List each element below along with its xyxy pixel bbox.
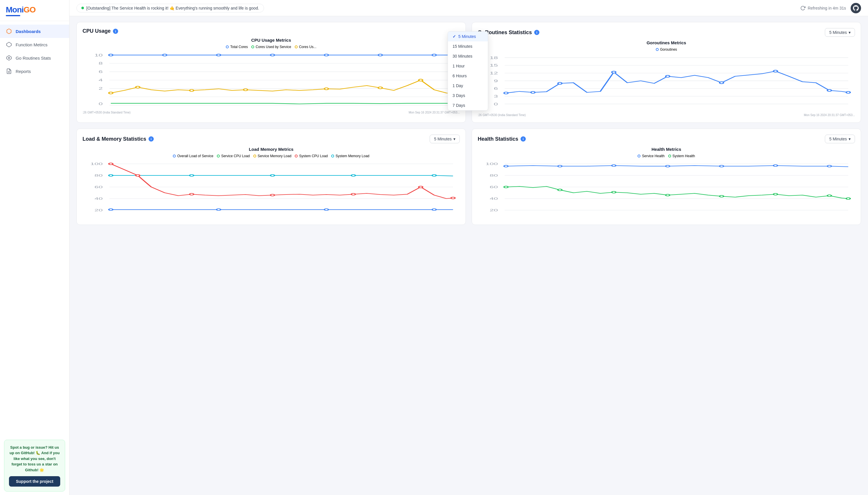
dropdown-option-1day[interactable]: 1 Day [448,81,488,91]
legend-total-cores: Total Cores [226,45,248,49]
svg-text:3: 3 [494,95,498,98]
svg-point-18 [109,54,113,56]
github-avatar[interactable] [851,3,861,13]
sidebar-promo: Spot a bug or issue? Hit us up on GitHub… [4,440,65,492]
logo-underline [6,15,20,16]
cpu-card-header: CPU Usage i ✓ 5 Minutes 15 Minutes 30 Mi… [83,28,460,34]
load-memory-chart: 100 80 60 40 20 [83,161,460,219]
health-time-btn[interactable]: 5 Minutes ▾ [825,135,855,143]
dropdown-option-7days[interactable]: 7 Days [448,100,488,110]
svg-text:0: 0 [99,102,103,106]
svg-text:40: 40 [490,197,498,200]
svg-point-70 [432,174,436,176]
svg-point-73 [190,193,194,195]
svg-point-26 [136,86,140,88]
refresh-info: Refreshing in 4m 31s [800,5,846,11]
svg-point-71 [109,163,113,165]
svg-point-27 [190,89,194,91]
sidebar-item-label: Go Routines Stats [16,55,51,61]
chevron-down-icon: ▾ [454,137,456,141]
dropdown-option-3days[interactable]: 3 Days [448,91,488,100]
legend-service-cpu-load: Service CPU Load [217,154,250,158]
topbar: [Outstanding] The Service Health is rock… [69,0,868,16]
sidebar-item-go-routines[interactable]: Go Routines Stats [0,51,69,65]
svg-point-99 [504,186,508,188]
svg-point-76 [419,186,423,188]
promo-text: Spot a bug or issue? Hit us up on GitHub… [9,445,60,473]
svg-point-68 [270,174,274,176]
svg-text:0: 0 [494,102,498,106]
svg-point-95 [666,165,670,167]
legend-service-memory-load: Service Memory Load [253,154,292,158]
svg-point-77 [451,197,455,199]
svg-point-28 [243,89,248,91]
svg-point-24 [432,54,436,56]
legend-system-cpu-load: System CPU Load [295,154,328,158]
svg-point-29 [324,88,328,90]
svg-text:8: 8 [99,62,103,65]
dropdown-option-6hr[interactable]: 6 Hours [448,71,488,81]
load-memory-time-btn[interactable]: 5 Minutes ▾ [430,135,460,143]
health-info-icon: i [521,136,526,141]
svg-point-48 [531,91,535,93]
load-memory-card-title: Load & Memory Statistics i [83,136,154,142]
svg-point-80 [324,209,328,210]
sidebar-item-function-metrics[interactable]: Function Metircs [0,38,69,51]
sidebar-item-reports[interactable]: Reports [0,65,69,78]
goroutines-chart-legend: Goroutines [478,48,855,52]
svg-point-96 [719,165,724,167]
sidebar-item-label: Dashboards [16,29,41,34]
goroutines-info-icon: i [534,30,539,35]
health-chart-legend: Service Health System Health [478,154,855,158]
status-text: [Outstanding] The Service Health is rock… [86,6,259,11]
goroutines-time-btn[interactable]: 5 Minutes ▾ [825,28,855,37]
cpu-chart-title: CPU Usage Metrics [83,38,460,42]
svg-text:4: 4 [99,78,103,82]
load-memory-time-select[interactable]: 5 Minutes ▾ [430,135,460,143]
cpu-card-title: CPU Usage i [83,28,118,34]
logo-accent: GO [23,5,36,14]
svg-point-102 [666,194,670,196]
svg-marker-0 [7,42,12,47]
svg-text:20: 20 [95,208,103,212]
sidebar-item-dashboards[interactable]: Dashboards [0,24,69,38]
svg-text:20: 20 [490,208,498,212]
support-button[interactable]: Support the project [9,476,60,487]
health-card-header: Health Statistics i 5 Minutes ▾ [478,135,855,143]
goroutines-time-select[interactable]: 5 Minutes ▾ [825,28,855,37]
health-time-select[interactable]: 5 Minutes ▾ [825,135,855,143]
svg-point-19 [163,54,167,56]
chevron-down-icon: ▾ [849,30,851,35]
svg-text:10: 10 [95,53,102,57]
svg-point-81 [432,209,436,210]
dashboard-grid: CPU Usage i ✓ 5 Minutes 15 Minutes 30 Mi… [76,22,861,225]
dropdown-option-1hr[interactable]: 1 Hour [448,61,488,71]
dropdown-option-15min[interactable]: 15 Minutes [448,41,488,51]
svg-point-106 [846,198,850,200]
svg-point-97 [773,165,777,167]
svg-point-21 [270,54,274,56]
cpu-info-icon: i [113,29,118,34]
document-icon [6,68,12,74]
dropdown-option-5min[interactable]: ✓ 5 Minutes [448,32,488,41]
load-memory-card-header: Load & Memory Statistics i 5 Minutes ▾ [83,135,460,143]
dropdown-option-30min[interactable]: 30 Minutes [448,51,488,61]
svg-text:12: 12 [490,71,498,75]
svg-text:60: 60 [490,185,498,189]
load-memory-info-icon: i [149,136,154,141]
svg-marker-1 [7,55,12,61]
svg-text:9: 9 [494,79,498,83]
logo: MoniGO [6,5,63,15]
cpu-chart-legend: Total Cores Cores Used by Service Cores … [83,45,460,49]
hexagon-icon [6,41,12,48]
svg-text:15: 15 [490,63,498,67]
legend-system-memory-load: System Memory Load [331,154,370,158]
svg-point-25 [109,92,113,94]
nav-items: Dashboards Function Metircs Go Routines … [0,21,69,436]
cube-icon [6,28,12,34]
svg-point-52 [719,82,724,84]
sidebar-item-label: Reports [16,69,31,74]
goroutines-card: GoRoutines Statistics i 5 Minutes ▾ Goro… [472,22,861,123]
goroutines-chart-title: Goroutines Metrics [478,40,855,45]
chevron-down-icon: ▾ [849,137,851,141]
